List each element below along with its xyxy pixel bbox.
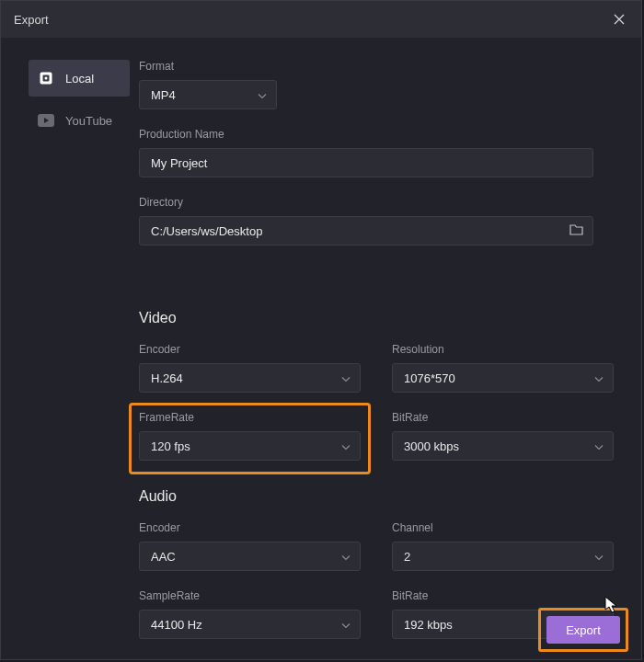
framerate-label: FrameRate bbox=[139, 411, 361, 424]
sidebar-item-label: YouTube bbox=[65, 114, 112, 128]
chevron-down-icon bbox=[341, 618, 351, 632]
directory-input[interactable]: C:/Users/ws/Desktop bbox=[139, 216, 593, 245]
sidebar-item-local[interactable]: Local bbox=[29, 60, 130, 97]
audio-encoder-value: AAC bbox=[151, 550, 176, 564]
video-bitrate-label: BitRate bbox=[392, 411, 614, 424]
samplerate-value: 44100 Hz bbox=[151, 618, 202, 632]
channel-value: 2 bbox=[404, 550, 410, 564]
channel-field: Channel 2 bbox=[392, 521, 614, 571]
directory-label: Directory bbox=[139, 196, 614, 209]
framerate-select[interactable]: 120 fps bbox=[139, 431, 361, 461]
audio-heading: Audio bbox=[139, 488, 614, 505]
local-icon bbox=[38, 70, 54, 86]
format-label: Format bbox=[139, 60, 614, 73]
video-encoder-field: Encoder H.264 bbox=[139, 343, 361, 393]
production-name-field: Production Name My Project bbox=[139, 128, 614, 177]
sidebar: Local YouTube bbox=[1, 60, 139, 659]
format-select[interactable]: MP4 bbox=[139, 80, 277, 109]
audio-encoder-select[interactable]: AAC bbox=[139, 542, 361, 571]
framerate-value: 120 fps bbox=[151, 439, 190, 453]
resolution-value: 1076*570 bbox=[404, 371, 455, 385]
resolution-label: Resolution bbox=[392, 343, 614, 356]
chevron-down-icon bbox=[258, 88, 267, 102]
format-value: MP4 bbox=[151, 88, 176, 102]
youtube-icon bbox=[38, 112, 54, 129]
production-name-value: My Project bbox=[151, 156, 207, 170]
window-title: Export bbox=[14, 13, 49, 27]
audio-encoder-label: Encoder bbox=[139, 521, 361, 534]
video-section: Video Encoder H.264 Resolution 1076*570 bbox=[139, 310, 614, 461]
close-button[interactable] bbox=[608, 8, 630, 30]
folder-icon[interactable] bbox=[569, 223, 583, 238]
directory-value: C:/Users/ws/Desktop bbox=[151, 224, 262, 238]
framerate-highlight: FrameRate 120 fps bbox=[129, 403, 371, 474]
channel-select[interactable]: 2 bbox=[392, 542, 614, 571]
chevron-down-icon bbox=[594, 439, 604, 453]
format-field: Format MP4 bbox=[139, 60, 614, 109]
video-bitrate-select[interactable]: 3000 kbps bbox=[392, 431, 614, 461]
samplerate-label: SampleRate bbox=[139, 589, 361, 602]
directory-field: Directory C:/Users/ws/Desktop bbox=[139, 196, 614, 245]
resolution-field: Resolution 1076*570 bbox=[392, 343, 614, 393]
channel-label: Channel bbox=[392, 521, 614, 534]
sidebar-item-label: Local bbox=[65, 72, 94, 86]
production-name-input[interactable]: My Project bbox=[139, 148, 593, 177]
export-button[interactable]: Export bbox=[546, 616, 620, 644]
svg-point-2 bbox=[45, 77, 48, 80]
video-encoder-value: H.264 bbox=[151, 371, 183, 385]
chevron-down-icon bbox=[594, 371, 604, 385]
resolution-select[interactable]: 1076*570 bbox=[392, 363, 614, 393]
sidebar-item-youtube[interactable]: YouTube bbox=[29, 102, 130, 139]
video-encoder-label: Encoder bbox=[139, 343, 361, 356]
titlebar: Export bbox=[1, 1, 641, 38]
production-name-label: Production Name bbox=[139, 128, 614, 141]
chevron-down-icon bbox=[341, 550, 351, 564]
video-heading: Video bbox=[139, 310, 614, 326]
main-panel: Format MP4 Production Name My Project Di… bbox=[139, 60, 641, 659]
audio-encoder-field: Encoder AAC bbox=[139, 521, 361, 571]
chevron-down-icon bbox=[341, 371, 351, 385]
export-window: Export Local YouTube Format bbox=[0, 0, 642, 660]
chevron-down-icon bbox=[341, 439, 351, 453]
samplerate-select[interactable]: 44100 Hz bbox=[139, 610, 361, 639]
chevron-down-icon bbox=[594, 550, 604, 564]
body: Local YouTube Format MP4 Production Name bbox=[1, 38, 641, 659]
video-bitrate-field: BitRate 3000 kbps bbox=[392, 411, 614, 461]
samplerate-field: SampleRate 44100 Hz bbox=[139, 589, 361, 639]
video-bitrate-value: 3000 kbps bbox=[404, 439, 459, 453]
close-icon bbox=[614, 14, 625, 25]
video-encoder-select[interactable]: H.264 bbox=[139, 363, 361, 393]
export-highlight: Export bbox=[538, 608, 628, 652]
audio-bitrate-value: 192 kbps bbox=[404, 618, 453, 632]
audio-bitrate-label: BitRate bbox=[392, 589, 614, 602]
framerate-field: FrameRate 120 fps bbox=[139, 411, 361, 461]
